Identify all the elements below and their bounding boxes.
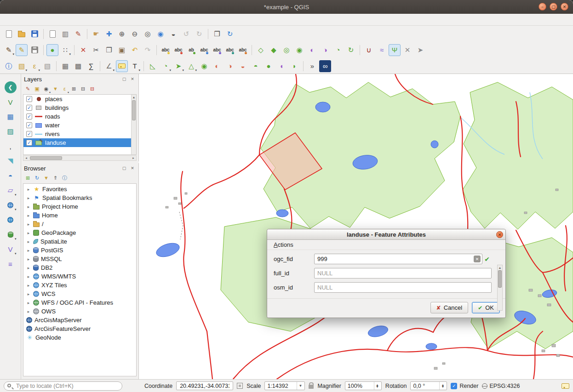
open-attribute-table-button[interactable]: ▦ ▾ <box>59 60 71 72</box>
open-project-button[interactable]: ▾ <box>16 28 28 40</box>
add-wfs-layer-button[interactable]: ▾ <box>4 228 17 240</box>
refresh-browser-button[interactable]: ↻ ▾ <box>33 174 41 182</box>
float-panel-icon[interactable]: ▢ <box>121 165 127 171</box>
merge-feature-button[interactable]: ◗ ▾ <box>288 60 300 72</box>
add-ring-button[interactable]: ◎ ▾ <box>281 44 292 56</box>
dropdown-arrow-icon[interactable]: ▾ <box>12 52 14 56</box>
new-project-button[interactable]: ▾ <box>3 28 15 40</box>
locate-input[interactable] <box>15 382 122 390</box>
toggle-editing-button[interactable]: ✎ ▾ <box>16 44 28 56</box>
expander-icon[interactable]: ▸ <box>26 301 31 305</box>
refresh-map-button[interactable]: ↻ ▾ <box>224 28 236 40</box>
copy-features-button[interactable]: ❐ ▾ <box>103 44 115 56</box>
zoom-to-selection-button[interactable]: ◉ ▾ <box>155 28 166 40</box>
rotation-spinbox[interactable]: 0,0 ° ▲▼ <box>410 381 447 390</box>
add-vector-layer-button[interactable]: V ▾ <box>4 96 17 108</box>
coordinate-box[interactable] <box>176 381 233 390</box>
expander-icon[interactable]: ▸ <box>26 283 31 288</box>
browser-item-db2[interactable]: ▸ DB2 <box>23 263 136 272</box>
dropdown-arrow-icon[interactable]: ▾ <box>15 252 17 256</box>
map-canvas[interactable] <box>139 74 573 379</box>
dropdown-arrow-icon[interactable]: ▾ <box>195 68 197 72</box>
browser-item-mssql[interactable]: ▸ MSSQL <box>23 255 136 263</box>
add-postgis-layer-button[interactable]: ◓ ▾ <box>4 170 17 182</box>
select-by-expression-button[interactable]: ε ▾ <box>29 60 40 72</box>
layer-labeling-button[interactable]: abc ▾ <box>160 44 172 56</box>
magnifier-spinbox[interactable]: 100% ▲▼ <box>345 381 382 390</box>
menu-item[interactable] <box>95 18 103 21</box>
layer-row-water[interactable]: ✓ water <box>23 121 136 130</box>
clear-value-icon[interactable]: ✕ <box>474 256 481 262</box>
browser-item-home[interactable]: ▸ Home <box>23 211 136 220</box>
layer-checkbox[interactable]: ✓ <box>26 96 32 102</box>
expander-icon[interactable]: ▸ <box>26 187 31 192</box>
split-features-button[interactable]: ◆ ▾ <box>268 44 280 56</box>
browser-item-spatial-bookmarks[interactable]: ▸ Spatial Bookmarks <box>23 193 136 202</box>
dropdown-arrow-icon[interactable]: ▾ <box>25 68 27 72</box>
zoom-full-button[interactable]: ◎ ▾ <box>142 28 154 40</box>
statistics-button[interactable]: ∑ ▾ <box>85 60 97 72</box>
layer-row-roads[interactable]: ✓ roads <box>23 112 136 121</box>
actions-menu[interactable]: Actions <box>271 240 296 249</box>
identify-features-button[interactable]: ⓘ ▾ <box>3 60 15 72</box>
browser-item-favorites[interactable]: ▸ Favorites <box>23 185 136 193</box>
add-mesh-layer-button[interactable]: ▨ ▾ <box>4 125 17 137</box>
snapping-button[interactable]: ∪ ▾ <box>363 44 375 56</box>
expander-icon[interactable]: ▸ <box>26 266 31 270</box>
layer-checkbox[interactable]: ✓ <box>26 114 32 119</box>
add-polygon-feature-button[interactable]: ● ▾ <box>46 44 58 56</box>
buffer-feature-button[interactable]: ◉ ▾ <box>198 60 210 72</box>
scrollbar-thumb[interactable] <box>132 100 136 120</box>
union-feature-button[interactable]: ◑ ▾ <box>224 60 236 72</box>
maximize-button[interactable]: ▢ <box>550 3 557 11</box>
remove-layer-button[interactable]: ⊟ ▾ <box>88 85 96 93</box>
scroll-up-icon[interactable]: ▲ <box>498 265 502 270</box>
expander-icon[interactable]: ▸ <box>26 205 31 209</box>
expander-icon[interactable]: ▸ <box>26 257 31 261</box>
offset-curve-button[interactable]: ◔ ▾ <box>332 44 344 56</box>
add-part-button[interactable]: ◉ ▾ <box>293 44 305 56</box>
dropdown-arrow-icon[interactable]: ▾ <box>49 91 51 94</box>
save-layer-edits-button[interactable]: ▾ <box>29 44 40 56</box>
fill-ring-button[interactable]: ◐ ▾ <box>306 44 318 56</box>
vertex-editor-button[interactable]: Ψ ▾ <box>389 44 401 56</box>
zoom-to-layer-button[interactable]: ◒ ▾ <box>167 28 179 40</box>
scroll-left-icon[interactable]: ◂ <box>23 156 29 160</box>
layers-horizontal-scrollbar[interactable]: ◂ ▸ <box>23 155 137 161</box>
cancel-button[interactable]: ✘ Cancel <box>430 302 469 313</box>
menu-item[interactable] <box>20 18 29 21</box>
title-bar[interactable]: *example - QGIS − ▢ ✕ <box>0 0 573 14</box>
layer-checkbox[interactable]: ✓ <box>26 122 32 128</box>
dropdown-arrow-icon[interactable]: ▾ <box>138 68 140 72</box>
browser-item-geopackage[interactable]: ▸ GeoPackage <box>23 228 136 237</box>
layer-row-landuse[interactable]: ✓ landuse <box>23 138 136 147</box>
crs-status[interactable]: EPSG:4326 <box>482 383 520 389</box>
dropdown-arrow-icon[interactable]: ▾ <box>15 208 17 211</box>
browser-item-root[interactable]: ▸ / <box>23 220 136 228</box>
dialog-close-button[interactable]: ✕ <box>496 231 503 238</box>
map-tips-button[interactable]: ▾ <box>116 60 128 72</box>
eliminate-feature-button[interactable]: ◖ ▾ <box>275 60 287 72</box>
browser-item-wcs[interactable]: ▸ WCS <box>23 290 136 298</box>
new-layer-button[interactable]: ≡ ▾ <box>4 258 17 270</box>
browser-item-wms-wmts[interactable]: ▸ WMS/WMTS <box>23 272 136 281</box>
filter-browser-button[interactable]: ▼ ▾ <box>42 174 50 182</box>
open-data-source-manager-button[interactable]: ❮ ▾ <box>5 81 17 93</box>
move-label-button[interactable]: abc ▾ <box>211 44 223 56</box>
delete-selected-button[interactable]: ✕ ▾ <box>77 44 89 56</box>
dropdown-arrow-icon[interactable]: ▾ <box>15 237 17 241</box>
digitize-shape-button[interactable]: ◔ ▾ <box>160 60 172 72</box>
cut-features-button[interactable]: ✂ ▾ <box>90 44 102 56</box>
browser-item-arcgis-featureserver[interactable]: ▸ ArcGisFeatureServer <box>23 324 136 333</box>
browser-item-xyz-tiles[interactable]: ▸ XYZ Tiles <box>23 281 136 290</box>
manage-map-themes-button[interactable]: ◉ ▾ <box>42 85 50 93</box>
pan-to-selection-button[interactable]: ✚ ▾ <box>103 28 115 40</box>
layer-row-rivers[interactable]: ✓ rivers <box>23 130 136 138</box>
browser-item-postgis[interactable]: ▸ PostGIS <box>23 246 136 255</box>
messages-icon[interactable] <box>562 383 569 389</box>
new-map-view-button[interactable]: ❐ ▾ <box>211 28 223 40</box>
select-pointer-button[interactable]: ➤ ▾ <box>414 44 426 56</box>
layer-checkbox[interactable]: ✓ <box>26 105 32 111</box>
field-input[interactable] <box>314 282 492 293</box>
close-button[interactable]: ✕ <box>561 3 568 11</box>
